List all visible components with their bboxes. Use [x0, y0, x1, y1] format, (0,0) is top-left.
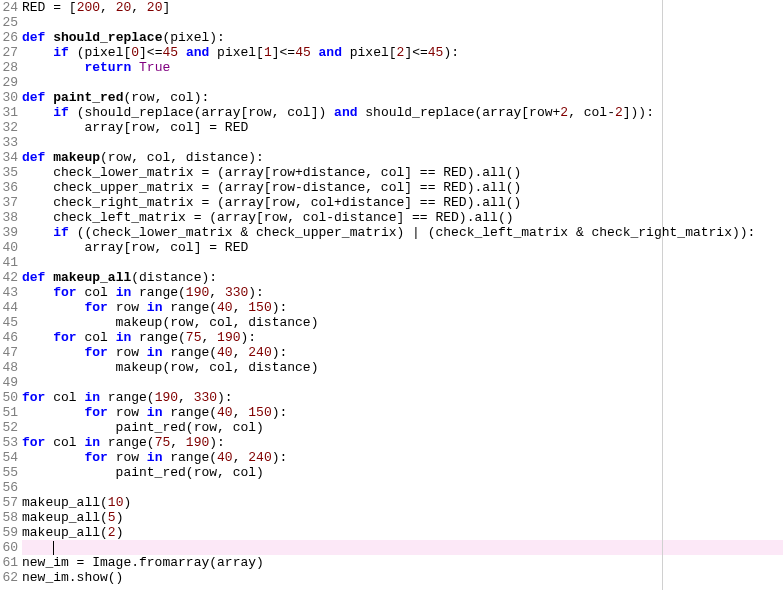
code-area[interactable]: RED = [200, 20, 20]def should_replace(pi… [22, 0, 783, 585]
token-kw: for [84, 300, 107, 315]
line-number: 34 [0, 150, 18, 165]
line-number: 62 [0, 570, 18, 585]
code-line[interactable]: if (pixel[0]<=45 and pixel[1]<=45 and pi… [22, 45, 783, 60]
code-line[interactable]: RED = [200, 20, 20] [22, 0, 783, 15]
token-op [311, 45, 319, 60]
code-line[interactable]: check_upper_matrix = (array[row-distance… [22, 180, 783, 195]
token-op: range( [162, 450, 217, 465]
code-line[interactable]: makeup_all(5) [22, 510, 783, 525]
code-line[interactable] [22, 75, 783, 90]
code-line[interactable]: for col in range(75, 190): [22, 435, 783, 450]
token-op [22, 405, 84, 420]
code-line[interactable] [22, 135, 783, 150]
line-number: 29 [0, 75, 18, 90]
token-op: makeup_all( [22, 525, 108, 540]
code-line[interactable]: makeup_all(10) [22, 495, 783, 510]
token-num: 40 [217, 450, 233, 465]
code-editor[interactable]: 2425262728293031323334353637383940414243… [0, 0, 783, 585]
token-num: 10 [108, 495, 124, 510]
token-kw: def [22, 30, 53, 45]
token-op [22, 345, 84, 360]
token-op: col [45, 435, 84, 450]
code-line[interactable]: return True [22, 60, 783, 75]
line-number: 46 [0, 330, 18, 345]
token-op: (row, col): [123, 90, 209, 105]
code-line[interactable]: array[row, col] = RED [22, 120, 783, 135]
code-line[interactable]: def makeup_all(distance): [22, 270, 783, 285]
token-num: 1 [264, 45, 272, 60]
code-line[interactable]: new_im = Image.fromarray(array) [22, 555, 783, 570]
code-line[interactable]: for col in range(75, 190): [22, 330, 783, 345]
line-number-gutter: 2425262728293031323334353637383940414243… [0, 0, 22, 585]
token-kw: def [22, 270, 53, 285]
token-op: (row, col, distance): [100, 150, 264, 165]
code-line[interactable] [22, 15, 783, 30]
token-op: col [77, 330, 116, 345]
code-line[interactable]: new_im.show() [22, 570, 783, 585]
code-line[interactable]: def paint_red(row, col): [22, 90, 783, 105]
token-op: array[row, col] = RED [22, 240, 248, 255]
code-line[interactable] [22, 255, 783, 270]
code-line[interactable]: paint_red(row, col) [22, 420, 783, 435]
token-num: 40 [217, 405, 233, 420]
text-cursor [53, 541, 54, 555]
token-op: = [ [53, 0, 76, 15]
code-line[interactable]: for col in range(190, 330): [22, 390, 783, 405]
token-kw: in [147, 300, 163, 315]
code-line[interactable]: if (should_replace(array[row, col]) and … [22, 105, 783, 120]
token-kw: in [147, 405, 163, 420]
code-line[interactable]: paint_red(row, col) [22, 465, 783, 480]
token-op: (pixel): [162, 30, 224, 45]
token-op: col [45, 390, 84, 405]
code-line[interactable]: for row in range(40, 240): [22, 450, 783, 465]
line-number: 35 [0, 165, 18, 180]
token-kw: def [22, 90, 53, 105]
token-op: ]<= [272, 45, 295, 60]
code-line[interactable]: for row in range(40, 150): [22, 300, 783, 315]
line-number: 53 [0, 435, 18, 450]
code-line[interactable]: makeup_all(2) [22, 525, 783, 540]
code-line[interactable]: def makeup(row, col, distance): [22, 150, 783, 165]
column-ruler [662, 0, 663, 590]
token-num: 40 [217, 300, 233, 315]
token-op: row [108, 450, 147, 465]
code-line[interactable] [22, 375, 783, 390]
code-line[interactable]: makeup(row, col, distance) [22, 315, 783, 330]
token-kw: for [84, 450, 107, 465]
line-number: 57 [0, 495, 18, 510]
code-line[interactable]: if ((check_lower_matrix & check_upper_ma… [22, 225, 783, 240]
code-line[interactable]: array[row, col] = RED [22, 240, 783, 255]
code-line[interactable]: for row in range(40, 240): [22, 345, 783, 360]
line-number: 61 [0, 555, 18, 570]
token-num: 20 [147, 0, 163, 15]
token-op [22, 450, 84, 465]
code-line[interactable]: check_lower_matrix = (array[row+distance… [22, 165, 783, 180]
token-op: makeup(row, col, distance) [22, 315, 318, 330]
code-line[interactable] [22, 540, 783, 555]
code-line[interactable]: def should_replace(pixel): [22, 30, 783, 45]
code-line[interactable]: for row in range(40, 150): [22, 405, 783, 420]
token-op: ): [272, 300, 288, 315]
code-line[interactable]: makeup(row, col, distance) [22, 360, 783, 375]
line-number: 43 [0, 285, 18, 300]
token-op: paint_red(row, col) [22, 465, 264, 480]
token-num: 75 [186, 330, 202, 345]
line-number: 32 [0, 120, 18, 135]
code-line[interactable]: for col in range(190, 330): [22, 285, 783, 300]
token-kw: for [84, 345, 107, 360]
token-op: ): [443, 45, 459, 60]
token-op: ) [116, 525, 124, 540]
line-number: 41 [0, 255, 18, 270]
token-op: new_im.show() [22, 570, 123, 585]
code-line[interactable] [22, 480, 783, 495]
code-line[interactable]: check_right_matrix = (array[row, col+dis… [22, 195, 783, 210]
token-op: check_lower_matrix = (array[row+distance… [22, 165, 521, 180]
line-number: 51 [0, 405, 18, 420]
token-op: ] [162, 0, 170, 15]
token-kw: in [84, 390, 100, 405]
token-op [22, 45, 53, 60]
token-kw: and [319, 45, 342, 60]
token-num: 20 [116, 0, 132, 15]
code-line[interactable]: check_left_matrix = (array[row, col-dist… [22, 210, 783, 225]
token-num: 330 [194, 390, 217, 405]
